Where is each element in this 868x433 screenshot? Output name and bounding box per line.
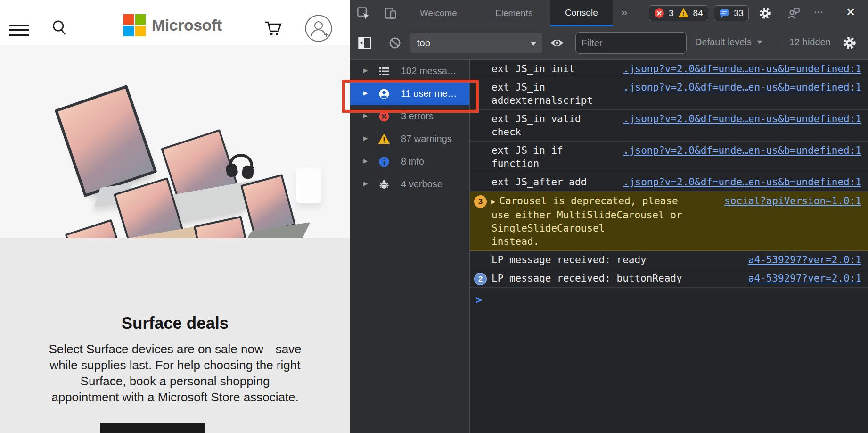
clear-console-icon[interactable] xyxy=(389,37,401,49)
context-select-value: top xyxy=(417,38,430,48)
microsoft-site-page: Microsoft xyxy=(0,0,350,433)
expand-triangle-icon[interactable]: ▶ xyxy=(491,198,495,205)
microsoft-logo[interactable]: Microsoft xyxy=(123,14,222,36)
source-link[interactable]: .jsonp?v=2.0&df=unde…en-us&b=undefined:1 xyxy=(618,112,861,125)
search-icon[interactable] xyxy=(51,19,68,36)
section-heading: Surface deals xyxy=(0,314,350,333)
repeat-count-badge: 2 xyxy=(474,273,487,285)
error-icon xyxy=(654,8,664,18)
expand-triangle-icon[interactable]: ▶ xyxy=(363,180,368,187)
issues-count-badge[interactable]: 33 xyxy=(714,5,749,21)
javascript-context-select[interactable]: top xyxy=(410,33,542,53)
console-message-row: ext JS_in init .jsonp?v=2.0&df=unde…en-u… xyxy=(470,60,868,78)
sidebar-item-verbose[interactable]: ▶ 4 verbose xyxy=(350,173,469,196)
list-icon xyxy=(378,66,390,77)
bug-icon xyxy=(378,179,390,190)
prompt-chevron-icon: > xyxy=(475,293,482,307)
console-message-row: ext JS_after add .jsonp?v=2.0&df=unde…en… xyxy=(470,173,868,192)
expand-triangle-icon[interactable]: ▶ xyxy=(363,67,368,74)
source-link[interactable]: social?apiVersion=1.0:1 xyxy=(720,194,861,208)
devtools-tab-bar: Welcome Elements Console » 3 84 xyxy=(350,0,868,26)
hero-laptop-ice-blue-screen xyxy=(65,219,128,238)
expand-triangle-icon[interactable]: ▶ xyxy=(363,158,368,164)
inspect-element-icon[interactable] xyxy=(357,7,370,20)
info-icon xyxy=(378,156,390,167)
console-message-row: LP message received: ready a4-539297?ver… xyxy=(470,251,868,269)
console-messages: ext JS_in init .jsonp?v=2.0&df=unde…en-u… xyxy=(470,60,868,433)
more-tabs-icon[interactable]: » xyxy=(622,7,627,19)
cart-icon[interactable] xyxy=(264,19,282,37)
console-message-row: 2 LP message received: buttonReady a4-53… xyxy=(470,269,868,288)
toolbar-separator xyxy=(782,36,782,50)
warning-icon xyxy=(378,133,390,145)
source-link[interactable]: .jsonp?v=2.0&df=unde…en-us&b=undefined:1 xyxy=(618,175,861,189)
close-devtools-icon[interactable]: ✕ xyxy=(846,6,855,19)
hero-surface-pro-red-screen xyxy=(194,216,254,238)
device-toolbar-icon[interactable] xyxy=(384,7,397,20)
feedback-person-icon[interactable] xyxy=(787,7,800,20)
hero-surface-studio xyxy=(55,85,157,197)
expand-triangle-icon[interactable]: ▶ xyxy=(363,112,368,119)
hidden-messages-label: 12 hidden xyxy=(789,37,831,48)
sidebar-item-warnings[interactable]: ▶ 87 warnings xyxy=(350,128,469,150)
console-message-row: ext JS_in_if function .jsonp?v=2.0&df=un… xyxy=(470,142,868,173)
more-options-icon[interactable]: ⋯ xyxy=(814,6,825,17)
error-count: 3 xyxy=(669,8,674,18)
console-warning-row: 3 ▶Carousel is deprecated, please use ei… xyxy=(470,192,868,251)
log-levels-dropdown[interactable]: Default levels xyxy=(695,37,763,48)
warning-count: 84 xyxy=(693,8,703,18)
expand-triangle-icon[interactable]: ▶ xyxy=(363,135,368,142)
site-header: Microsoft xyxy=(0,0,350,44)
hero-headphones-cup xyxy=(242,165,254,179)
chevron-down-icon xyxy=(757,41,762,44)
tab-console[interactable]: Console xyxy=(550,0,613,26)
source-link[interactable]: .jsonp?v=2.0&df=unde…en-us&b=undefined:1 xyxy=(618,81,861,94)
issues-count: 33 xyxy=(734,8,744,18)
error-warning-count-badge[interactable]: 3 84 xyxy=(649,5,708,21)
surface-deals-section: Surface deals Select Surface devices are… xyxy=(0,238,350,433)
annotation-red-box xyxy=(342,80,479,113)
sidebar-item-all-messages[interactable]: ▶ 102 messa… xyxy=(350,60,469,83)
source-link[interactable]: .jsonp?v=2.0&df=unde…en-us&b=undefined:1 xyxy=(618,62,861,75)
hero-image-surface-devices xyxy=(0,45,350,238)
tab-welcome[interactable]: Welcome xyxy=(416,0,461,26)
chevron-down-icon xyxy=(530,42,537,46)
person-add-icon xyxy=(304,14,333,42)
repeat-count-badge: 3 xyxy=(474,195,487,208)
message-bubble-icon xyxy=(719,8,729,18)
hero-white-device xyxy=(296,167,321,203)
account-avatar[interactable] xyxy=(304,14,333,44)
microsoft-logo-squares xyxy=(123,14,146,36)
console-settings-gear-icon[interactable] xyxy=(843,36,856,50)
console-toolbar: top Default levels 12 hidden xyxy=(350,26,868,60)
console-prompt[interactable]: > xyxy=(470,288,868,307)
console-message-row: ext JS_in valid check .jsonp?v=2.0&df=un… xyxy=(470,110,868,142)
console-sidebar: ▶ 102 messa… ▶ 11 user me… ▶ xyxy=(350,60,470,433)
source-link[interactable]: a4-539297?ver=2.0:1 xyxy=(744,253,861,266)
devtools-panel: Welcome Elements Console » 3 84 xyxy=(350,0,868,433)
console-body: ▶ 102 messa… ▶ 11 user me… ▶ xyxy=(350,60,868,433)
tab-elements[interactable]: Elements xyxy=(491,0,536,26)
console-sidebar-toggle-icon[interactable] xyxy=(358,36,372,50)
warning-icon xyxy=(678,8,689,18)
sidebar-item-info[interactable]: ▶ 8 info xyxy=(350,150,469,173)
microsoft-logo-text: Microsoft xyxy=(152,16,222,34)
log-levels-label: Default levels xyxy=(695,37,752,47)
settings-gear-icon[interactable] xyxy=(759,7,771,19)
partially-visible-cta-button[interactable] xyxy=(100,423,205,433)
section-paragraph: Select Surface devices are on sale now—s… xyxy=(0,341,350,405)
hamburger-menu-icon[interactable] xyxy=(9,25,29,36)
live-expression-eye-icon[interactable] xyxy=(550,37,564,49)
console-message-row: ext JS_in addexternalscript .jsonp?v=2.0… xyxy=(470,78,868,110)
console-filter-input[interactable] xyxy=(575,32,687,54)
source-link[interactable]: a4-539297?ver=2.0:1 xyxy=(744,272,861,285)
source-link[interactable]: .jsonp?v=2.0&df=unde…en-us&b=undefined:1 xyxy=(618,144,861,157)
